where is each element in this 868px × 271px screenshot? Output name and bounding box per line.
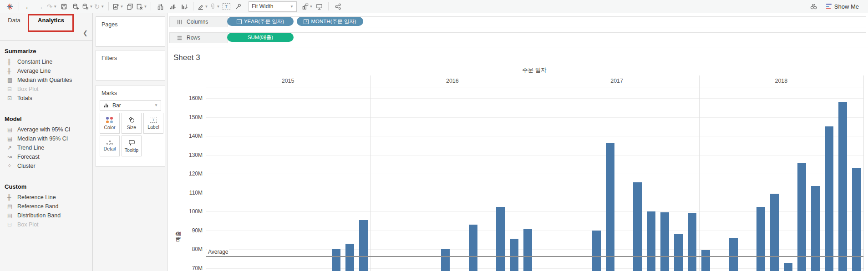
year-divider bbox=[699, 75, 700, 271]
analytics-item-label: Box Plot bbox=[17, 221, 39, 228]
analytics-item-forecast[interactable]: ↝Forecast bbox=[0, 152, 93, 161]
analytics-item-box-plot: ⊟Box Plot bbox=[0, 220, 93, 229]
pause-auto-updates-button[interactable]: ▼ bbox=[81, 1, 93, 12]
bar-2017-m10[interactable] bbox=[660, 212, 669, 271]
color-button[interactable]: Color bbox=[100, 113, 120, 134]
analytics-item-median-with-quartiles[interactable]: ▤Median with Quartiles bbox=[0, 75, 93, 85]
undo-button[interactable]: ← bbox=[22, 1, 34, 12]
analytics-item-median-with-95-ci[interactable]: ▤Median with 95% CI bbox=[0, 134, 93, 143]
year-label: 2015 bbox=[282, 78, 294, 84]
bar-2015-m11[interactable] bbox=[345, 244, 354, 271]
bar-2016-m12[interactable] bbox=[523, 229, 532, 271]
toolbar-separator bbox=[108, 2, 109, 10]
bar-2016-m10[interactable] bbox=[496, 207, 505, 271]
section-title-summarize: Summarize bbox=[0, 44, 93, 57]
analytics-item-label: Median with 95% CI bbox=[17, 136, 68, 142]
collapse-pane-chevron-icon[interactable]: ❮ bbox=[83, 30, 88, 36]
toolbar-separator bbox=[151, 2, 151, 10]
chevron-down-icon: ▼ bbox=[101, 5, 104, 9]
find-binoculars-icon[interactable] bbox=[808, 1, 820, 12]
fit-dropdown[interactable]: Fit Width ▼ bbox=[249, 1, 297, 12]
year-label: 2017 bbox=[610, 78, 623, 84]
fix-axes-button[interactable] bbox=[232, 1, 244, 12]
analytics-item-label: Cluster bbox=[17, 163, 36, 169]
analytics-item-trend-line[interactable]: ↗Trend Line bbox=[0, 143, 93, 152]
collapse-hierarchy-icon[interactable]: − bbox=[237, 19, 242, 24]
average-reference-line[interactable] bbox=[206, 256, 863, 257]
bar-2017-m9[interactable] bbox=[647, 211, 655, 271]
bar-2017-m8[interactable] bbox=[633, 182, 642, 271]
expand-hierarchy-icon[interactable]: + bbox=[304, 19, 309, 24]
sort-ascending-button[interactable] bbox=[166, 1, 178, 12]
bar-2018-m8[interactable] bbox=[797, 163, 806, 271]
bar-2015-m10[interactable] bbox=[332, 249, 340, 271]
sheet-divider bbox=[168, 47, 868, 47]
size-button[interactable]: Size bbox=[122, 113, 142, 134]
analytics-item-totals[interactable]: ⊡Totals bbox=[0, 94, 93, 103]
pill-sum-sales[interactable]: SUM(매출) bbox=[227, 33, 294, 42]
bar-2017-m6[interactable] bbox=[606, 143, 614, 271]
new-worksheet-button[interactable]: ▼ bbox=[112, 1, 124, 12]
show-me-button[interactable]: Show Me bbox=[826, 3, 859, 10]
bar-2018-m3[interactable] bbox=[729, 238, 738, 271]
analytics-item-cluster[interactable]: ⁘Cluster bbox=[0, 161, 93, 171]
bar-2016-m11[interactable] bbox=[510, 239, 518, 271]
pages-card[interactable]: Pages bbox=[96, 16, 165, 47]
mark-button-label: Label bbox=[147, 124, 159, 130]
pill-month-order-date[interactable]: + MONTH(주문 일자) bbox=[297, 17, 363, 26]
marks-card: Marks Bar ▼ ColorSizeTLabelDetailTooltip bbox=[96, 85, 165, 167]
label-button[interactable]: TLabel bbox=[143, 113, 163, 134]
tab-analytics[interactable]: Analytics bbox=[30, 13, 72, 27]
bar-2016-m8[interactable] bbox=[469, 225, 477, 271]
analytics-item-label: Trend Line bbox=[17, 145, 44, 151]
bar-2015-m12[interactable] bbox=[359, 220, 368, 271]
label-icon: T bbox=[150, 117, 157, 123]
bar-2018-m5[interactable] bbox=[756, 207, 765, 271]
analytics-item-reference-line[interactable]: ╫Reference Line bbox=[0, 193, 93, 202]
clear-sheet-button[interactable]: ▼ bbox=[136, 1, 147, 12]
rows-icon bbox=[176, 35, 183, 41]
y-axis-tick: 100M bbox=[175, 208, 203, 215]
share-button[interactable] bbox=[332, 1, 344, 12]
sort-descending-button[interactable] bbox=[178, 1, 190, 12]
bar-2017-m12[interactable] bbox=[688, 213, 696, 271]
bar-2018-m7[interactable] bbox=[784, 263, 792, 271]
tooltip-icon bbox=[128, 139, 135, 146]
analytics-item-constant-line[interactable]: ╫Constant Line bbox=[0, 57, 93, 66]
analytics-item-average-line[interactable]: ╫Average Line bbox=[0, 66, 93, 75]
bar-2018-m10[interactable] bbox=[825, 126, 833, 271]
bar-2018-m11[interactable] bbox=[838, 102, 847, 271]
analytics-item-average-with-95-ci[interactable]: ▤Average with 95% CI bbox=[0, 125, 93, 134]
bar-2018-m1[interactable] bbox=[701, 250, 710, 271]
tooltip-button[interactable]: Tooltip bbox=[122, 136, 142, 156]
swap-rows-columns-button[interactable] bbox=[154, 1, 166, 12]
mark-type-dropdown[interactable]: Bar ▼ bbox=[100, 100, 161, 110]
bar-2018-m9[interactable] bbox=[811, 186, 820, 271]
tab-data[interactable]: Data bbox=[1, 13, 27, 27]
tableau-logo-button[interactable] bbox=[4, 1, 15, 12]
highlight-button[interactable]: ▼ bbox=[197, 1, 208, 12]
save-button[interactable] bbox=[58, 1, 70, 12]
chart-field-label: 주문 일자 bbox=[522, 66, 546, 74]
analytics-item-label: Distribution Band bbox=[17, 212, 61, 219]
pill-year-order-date[interactable]: − YEAR(주문 일자) bbox=[227, 17, 294, 26]
y-axis-line bbox=[206, 87, 206, 271]
y-axis-title: 매출 bbox=[174, 231, 182, 242]
bar-2018-m6[interactable] bbox=[770, 194, 779, 271]
analytics-item-reference-band[interactable]: ▤Reference Band bbox=[0, 202, 93, 211]
show-mark-labels-button[interactable]: ▼ bbox=[301, 1, 313, 12]
bar-2016-m6[interactable] bbox=[441, 249, 450, 271]
show-me-icon bbox=[826, 4, 832, 9]
presentation-mode-button[interactable] bbox=[313, 1, 325, 12]
refresh-data-button: ↻▼ bbox=[93, 1, 105, 12]
band-icon: ▤ bbox=[7, 126, 17, 133]
tab-divider bbox=[0, 40, 93, 41]
analytics-options-list: Summarize╫Constant Line╫Average Line▤Med… bbox=[0, 44, 93, 229]
bar-2017-m11[interactable] bbox=[674, 234, 683, 271]
add-data-source-button[interactable] bbox=[70, 1, 81, 12]
bar-2017-m5[interactable] bbox=[592, 231, 601, 271]
filters-card[interactable]: Filters bbox=[96, 50, 165, 80]
duplicate-sheet-button[interactable] bbox=[124, 1, 136, 12]
detail-button[interactable]: Detail bbox=[100, 136, 120, 156]
analytics-item-distribution-band[interactable]: ▤Distribution Band bbox=[0, 211, 93, 220]
